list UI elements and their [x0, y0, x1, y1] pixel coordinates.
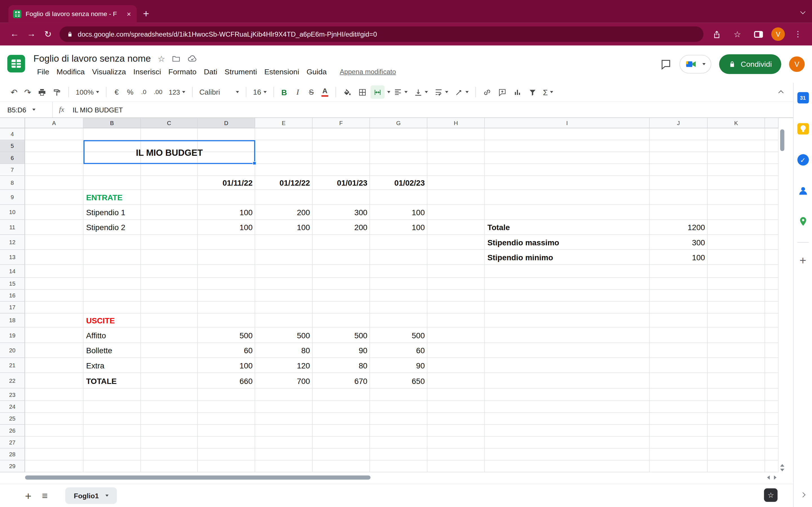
cell-E21[interactable]: 120 [255, 358, 313, 373]
insert-comment-button[interactable] [495, 86, 509, 99]
browser-profile-avatar[interactable]: V [771, 27, 785, 41]
functions-button[interactable]: Σ [541, 86, 556, 99]
tab-list-chevron-icon[interactable] [801, 6, 805, 15]
cell-F20[interactable]: 90 [313, 343, 370, 358]
row-header-4[interactable]: 4 [0, 128, 25, 140]
sheet-tab-foglio1[interactable]: Foglio1 [65, 487, 117, 504]
cell-J12[interactable]: 300 [650, 235, 707, 250]
font-select[interactable]: Calibri [197, 86, 242, 99]
cell-G11[interactable]: 100 [370, 220, 427, 235]
row-header-25[interactable]: 25 [0, 413, 25, 425]
row-header-29[interactable]: 29 [0, 460, 25, 472]
cell-B10[interactable]: Stipendio 1 [84, 205, 141, 220]
text-wrap-button[interactable] [432, 86, 451, 99]
menu-modifica[interactable]: Modifica [53, 66, 89, 77]
borders-button[interactable] [355, 86, 369, 99]
cell-F11[interactable]: 200 [313, 220, 370, 235]
calendar-icon[interactable]: 31 [797, 92, 809, 103]
move-folder-icon[interactable] [172, 54, 181, 63]
row-header-19[interactable]: 19 [0, 328, 25, 343]
formula-input[interactable]: IL MIO BUDGET [72, 106, 123, 114]
undo-button[interactable]: ↶ [8, 86, 20, 99]
profile-avatar[interactable]: V [789, 56, 805, 72]
row-header-6[interactable]: 6 [0, 152, 25, 164]
cell-F21[interactable]: 80 [313, 358, 370, 373]
cell-G8[interactable]: 01/02/23 [370, 176, 427, 190]
cell-B19[interactable]: Affitto [84, 328, 141, 343]
side-panel-icon[interactable] [751, 26, 766, 42]
cell-B22[interactable]: TOTALE [84, 373, 141, 388]
menu-strumenti[interactable]: Strumenti [221, 66, 261, 77]
reload-button[interactable]: ↻ [40, 26, 56, 43]
browser-tab[interactable]: Foglio di lavoro senza nome - F × [8, 5, 137, 22]
fill-handle[interactable] [253, 161, 256, 165]
insert-chart-button[interactable] [510, 86, 524, 99]
cell-D11[interactable]: 100 [198, 220, 255, 235]
cell-E10[interactable]: 200 [255, 205, 313, 220]
cell-J11[interactable]: 1200 [650, 220, 707, 235]
menu-visualizza[interactable]: Visualizza [88, 66, 130, 77]
menu-inserisci[interactable]: Inserisci [130, 66, 165, 77]
strikethrough-button[interactable]: S [305, 86, 317, 99]
add-apps-button[interactable]: + [800, 255, 806, 267]
menu-dati[interactable]: Dati [200, 66, 221, 77]
row-header-12[interactable]: 12 [0, 235, 25, 250]
scroll-left-icon[interactable] [767, 475, 770, 480]
column-header-E[interactable]: E [255, 118, 313, 128]
collapse-toolbar-icon[interactable] [779, 87, 783, 97]
row-header-11[interactable]: 11 [0, 220, 25, 235]
add-sheet-button[interactable]: + [25, 490, 32, 501]
menu-formato[interactable]: Formato [165, 66, 200, 77]
cell-F10[interactable]: 300 [313, 205, 370, 220]
insert-link-button[interactable] [480, 86, 494, 99]
cell-G19[interactable]: 500 [370, 328, 427, 343]
cloud-status-icon[interactable] [188, 54, 197, 64]
cell-E8[interactable]: 01/12/22 [255, 176, 313, 190]
row-header-15[interactable]: 15 [0, 278, 25, 290]
address-bar[interactable]: docs.google.com/spreadsheets/d/1ik1HwocS… [59, 26, 703, 42]
bold-button[interactable]: B [278, 86, 290, 99]
share-button[interactable]: Condividi [719, 54, 781, 74]
row-header-24[interactable]: 24 [0, 401, 25, 413]
cell-G22[interactable]: 650 [370, 373, 427, 388]
scroll-right-icon[interactable] [774, 475, 776, 480]
horizontal-scrollbar[interactable] [0, 474, 779, 481]
cell-B21[interactable]: Extra [84, 358, 141, 373]
cell-D10[interactable]: 100 [198, 205, 255, 220]
cell-B20[interactable]: Bollette [84, 343, 141, 358]
column-header-D[interactable]: D [198, 118, 255, 128]
scroll-up-icon[interactable] [780, 464, 784, 467]
cell-B9[interactable]: ENTRATE [84, 190, 141, 205]
horizontal-scrollbar-thumb[interactable] [25, 475, 370, 480]
column-header-J[interactable]: J [650, 118, 707, 128]
row-header-5[interactable]: 5 [0, 140, 25, 152]
sheets-logo-icon[interactable] [7, 55, 25, 72]
row-header-10[interactable]: 10 [0, 205, 25, 220]
menu-guida[interactable]: Guida [303, 66, 331, 77]
row-header-13[interactable]: 13 [0, 250, 25, 265]
column-header-overflow[interactable] [765, 118, 778, 128]
cell-G20[interactable]: 60 [370, 343, 427, 358]
scroll-down-icon[interactable] [780, 469, 784, 471]
row-header-27[interactable]: 27 [0, 437, 25, 448]
share-page-icon[interactable] [709, 26, 725, 42]
row-header-7[interactable]: 7 [0, 164, 25, 176]
forward-button[interactable]: → [23, 26, 40, 43]
cell-B11[interactable]: Stipendio 2 [84, 220, 141, 235]
maps-icon[interactable] [798, 216, 808, 227]
selected-range[interactable]: IL MIO BUDGET [84, 140, 255, 164]
tasks-icon[interactable]: ✓ [797, 154, 809, 165]
new-tab-button[interactable]: + [143, 8, 149, 18]
contacts-icon[interactable] [797, 185, 809, 196]
font-size-select[interactable]: 16 [250, 86, 269, 99]
format-currency-button[interactable]: € [110, 86, 123, 99]
document-title[interactable]: Foglio di lavoro senza nome [33, 53, 151, 64]
horizontal-align-button[interactable] [391, 86, 410, 99]
text-rotation-button[interactable] [452, 86, 471, 99]
cell-E19[interactable]: 500 [255, 328, 313, 343]
row-header-8[interactable]: 8 [0, 176, 25, 190]
cell-D22[interactable]: 660 [198, 373, 255, 388]
text-color-button[interactable]: A [319, 86, 331, 99]
column-header-B[interactable]: B [84, 118, 141, 128]
hide-side-panel-button[interactable] [801, 490, 805, 499]
